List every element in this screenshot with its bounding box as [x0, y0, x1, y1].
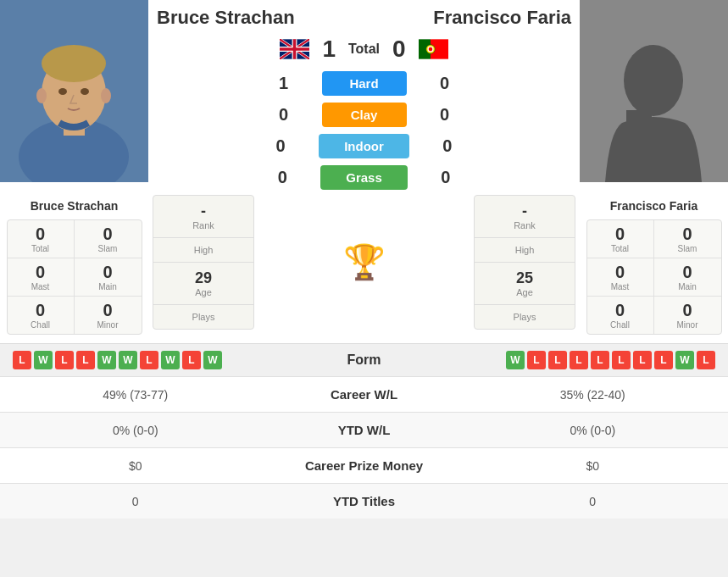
left-prize: $0: [0, 449, 271, 483]
right-total-score: 0: [392, 36, 406, 63]
left-age-stat: 29 Age: [153, 263, 253, 305]
left-minor-label: Minor: [97, 320, 118, 330]
svg-point-8: [101, 88, 111, 103]
right-total-label: Total: [611, 244, 629, 253]
left-total-score: 1: [322, 36, 336, 63]
left-stats-grid: 0 Total 0 Slam 0 Mast 0 Main 0 Chall: [7, 219, 142, 335]
right-slam-stat: 0 Slam: [654, 220, 721, 258]
right-age-value: 25: [516, 269, 533, 287]
right-plays-label: Plays: [514, 312, 536, 322]
left-career-wl: 49% (73-77): [0, 378, 271, 412]
right-form-5: L: [591, 351, 609, 369]
ytd-titles-row: 0 YTD Titles 0: [0, 483, 728, 519]
right-rank-stat: - Rank: [475, 196, 575, 238]
left-player-name-repeat: Bruce Strachan: [31, 199, 118, 213]
ytd-wl-row: 0% (0-0) YTD W/L 0% (0-0): [0, 412, 728, 447]
svg-point-6: [81, 88, 89, 95]
left-slam-stat: 0 Slam: [75, 220, 142, 258]
right-mast-label: Mast: [611, 282, 630, 291]
indoor-right-score: 0: [435, 136, 460, 156]
left-player-photo: [0, 0, 148, 182]
right-high-label: High: [515, 245, 535, 255]
top-section: Bruce Strachan Francisco Faria 1 Total 0: [0, 0, 728, 195]
left-plays-stat: Plays: [153, 305, 253, 329]
right-slam-label: Slam: [678, 244, 697, 253]
left-form-9: L: [182, 351, 201, 369]
svg-point-16: [624, 45, 683, 116]
left-plays-label: Plays: [192, 312, 215, 322]
left-form-2: W: [34, 351, 53, 369]
left-age-value: 29: [195, 269, 212, 287]
form-label: Form: [231, 352, 497, 368]
left-slam-label: Slam: [98, 244, 118, 253]
flags-scores-row: 1 Total 0: [148, 32, 580, 66]
right-plays-stat: Plays: [475, 305, 575, 329]
left-chall-value: 0: [36, 301, 45, 320]
left-high-stat: High: [153, 238, 253, 263]
left-form-5: W: [97, 351, 116, 369]
right-age-stat: 25 Age: [475, 263, 575, 305]
right-form-4: L: [570, 351, 588, 369]
right-player-name-repeat: Francisco Faria: [610, 199, 698, 213]
right-career-wl: 35% (22-40): [458, 378, 729, 412]
right-total-stat: 0 Total: [587, 220, 654, 258]
right-high-stat: High: [475, 238, 575, 263]
hard-right-score: 0: [432, 74, 458, 93]
right-minor-stat: 0 Minor: [654, 297, 721, 334]
clay-right-score: 0: [432, 105, 458, 125]
portugal-flag: [419, 39, 448, 59]
right-main-label: Main: [678, 282, 697, 291]
total-label: Total: [348, 42, 380, 57]
hard-row: 1 Hard 0: [157, 71, 571, 96]
bruce-photo-svg: [0, 0, 148, 182]
right-form-2: L: [527, 351, 546, 369]
left-form-10: W: [203, 351, 222, 369]
indoor-button[interactable]: Indoor: [319, 134, 409, 158]
left-main-label: Main: [98, 282, 117, 291]
left-age-label: Age: [195, 287, 212, 297]
svg-rect-17: [626, 110, 652, 131]
svg-point-7: [36, 88, 47, 103]
right-mid-stats: - Rank High 25 Age Plays: [474, 195, 575, 330]
left-mast-label: Mast: [31, 282, 50, 291]
hard-left-score: 1: [271, 74, 297, 93]
svg-point-4: [42, 45, 106, 82]
left-main-stat: 0 Main: [75, 258, 142, 297]
right-form-9: W: [675, 351, 694, 369]
stats-section: Bruce Strachan 0 Total 0 Slam 0 Mast 0 M…: [0, 195, 728, 343]
trophy-area: 🏆: [254, 242, 474, 282]
francisco-photo-svg: [580, 0, 728, 182]
left-form-3: L: [55, 351, 74, 369]
grass-right-score: 0: [433, 168, 458, 187]
right-minor-label: Minor: [676, 320, 697, 330]
left-form-8: W: [161, 351, 180, 369]
right-form-badges: W L L L L L L L W L: [506, 351, 715, 369]
right-mast-stat: 0 Mast: [587, 258, 654, 297]
right-minor-value: 0: [682, 301, 692, 320]
right-main-stat: 0 Main: [654, 258, 721, 297]
right-chall-stat: 0 Chall: [587, 297, 654, 334]
right-chall-label: Chall: [610, 320, 630, 330]
indoor-row: 0 Indoor 0: [157, 134, 571, 158]
prize-label: Career Prize Money: [271, 448, 458, 483]
left-form-badges: L W L L W W L W L W: [13, 351, 222, 369]
right-mast-value: 0: [615, 263, 625, 282]
prize-row: $0 Career Prize Money $0: [0, 447, 728, 483]
left-mast-stat: 0 Mast: [8, 258, 75, 297]
clay-button[interactable]: Clay: [322, 103, 407, 127]
left-form-4: L: [76, 351, 95, 369]
clay-left-score: 0: [271, 105, 297, 125]
left-player-stats: Bruce Strachan 0 Total 0 Slam 0 Mast 0 M…: [0, 195, 148, 339]
grass-button[interactable]: Grass: [320, 165, 408, 190]
center-column: Bruce Strachan Francisco Faria 1 Total 0: [148, 0, 580, 195]
grass-row: 0 Grass 0: [157, 165, 571, 190]
right-ytd-titles: 0: [458, 485, 729, 519]
hard-button[interactable]: Hard: [322, 71, 407, 96]
left-rank-stat: - Rank: [153, 196, 253, 238]
grass-left-score: 0: [270, 168, 295, 187]
left-mid-area: - Rank High 29 Age Plays 🏆: [148, 195, 580, 330]
svg-point-5: [58, 88, 67, 95]
left-form-6: W: [119, 351, 137, 369]
right-total-value: 0: [615, 225, 625, 244]
svg-point-14: [428, 47, 432, 52]
